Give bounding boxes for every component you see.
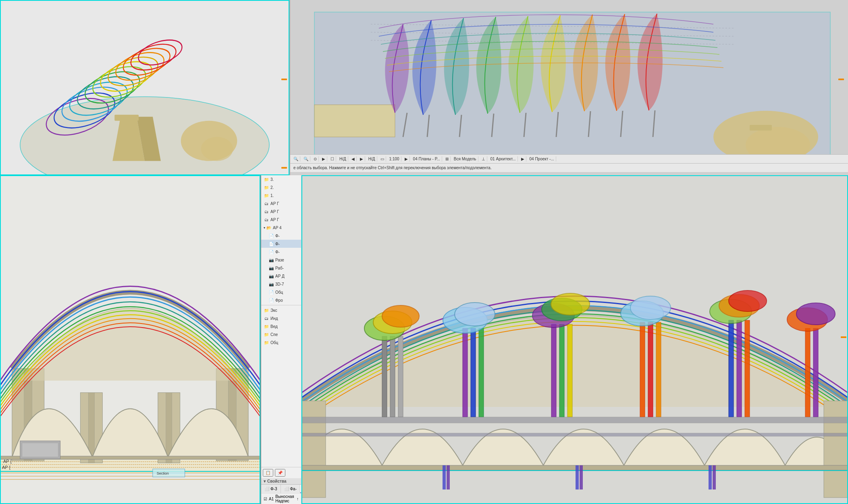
status-arrow2[interactable]: ▶ — [403, 156, 410, 162]
breadcrumb-checkbox[interactable]: ☑ — [264, 497, 267, 501]
sidebar-item-arg2[interactable]: 🗂 АР Г — [261, 207, 301, 216]
sidebar-label: 2. — [270, 185, 274, 190]
sidebar-item-ar4[interactable]: ▾ 📂 АР 4 — [261, 224, 301, 232]
sidebar-item-f3[interactable]: 📄 Ф- — [261, 248, 301, 256]
folder-open-icon: 📂 — [266, 225, 272, 230]
paste-button[interactable]: 📌 — [275, 469, 285, 477]
svg-rect-41 — [88, 393, 94, 463]
copy-button[interactable]: 📋 — [263, 469, 273, 477]
view-icon2: ⬜ — [284, 487, 289, 491]
sidebar-item-spe[interactable]: 📁 Спе — [261, 330, 301, 338]
zoom-icon[interactable]: 🔍 — [292, 156, 300, 162]
scene-svg-top-right — [290, 0, 848, 175]
viewport-bottom-left[interactable]: АР [ Section АР [ — [0, 175, 261, 504]
status-grid-icon[interactable]: ⊞ — [444, 156, 451, 162]
sidebar-footer: 📋 📌 — [261, 467, 301, 478]
svg-point-83 — [710, 299, 752, 324]
svg-text:Section: Section — [157, 471, 169, 475]
tab-f3[interactable]: ⬜ Ф-3 — [261, 485, 281, 493]
sidebar-divider — [261, 305, 301, 305]
status-arrow3[interactable]: ▶ — [520, 156, 526, 162]
svg-rect-37 — [24, 369, 32, 461]
sidebar-item-obsh1[interactable]: 📄 Обц — [261, 288, 301, 296]
sidebar-label: Ф- — [275, 242, 280, 246]
sidebar-item-fro[interactable]: 📄 Фро — [261, 296, 301, 304]
nav-icon[interactable]: ▶ — [320, 156, 327, 162]
status-layers[interactable]: 04 Планы - Р... — [412, 156, 442, 162]
page-icon: 📄 — [268, 233, 274, 239]
svg-point-4 — [181, 121, 237, 161]
zoom-icon2[interactable]: 🔍 — [302, 156, 310, 162]
sidebar-item-3[interactable]: 📁 3. — [261, 175, 301, 183]
sidebar-item-arg3[interactable]: 🗂 АР Г — [261, 216, 301, 224]
sidebar-item-obsh2[interactable]: 📁 Обц — [261, 338, 301, 346]
tabs-bar: ⬜ Ф-3 ⬜ Фа- ⬜ 04 Планы — [261, 484, 301, 493]
page-icon5: 📄 — [268, 297, 274, 303]
sidebar-label: Ф- — [275, 234, 280, 238]
sidebar-item-f1[interactable]: 📄 Ф- — [261, 232, 301, 240]
sidebar-item-raze[interactable]: 📷 Разе — [261, 256, 301, 264]
svg-point-62 — [373, 311, 412, 334]
status-model[interactable]: Вся Модель — [452, 156, 478, 162]
sidebar-item-ind[interactable]: 🗂 Инд — [261, 314, 301, 322]
sidebar-panel: 📁 3. 📁 2. 📁 1. 🗂 АР Г 🗂 АР Г — [261, 175, 301, 504]
svg-point-84 — [719, 295, 759, 317]
svg-point-16 — [122, 44, 171, 80]
svg-point-8 — [61, 81, 123, 127]
sidebar-item-3d7[interactable]: 📷 3D-7 — [261, 280, 301, 288]
viewport-top-right[interactable]: 🔍 🔍 ⊙ ▶ ☐ Н/Д ◀ ▶ Н/Д ▭ 1:100 ▶ 04 Планы… — [290, 0, 848, 175]
folder-doc-icon4: 🗂 — [264, 315, 269, 321]
sidebar-item-ved[interactable]: 📁 Вед — [261, 322, 301, 330]
svg-marker-2 — [137, 117, 161, 161]
status-arrow-right[interactable]: ▶ — [358, 156, 365, 162]
frame-icon[interactable]: ☐ — [329, 156, 336, 162]
svg-rect-65 — [471, 328, 476, 417]
svg-rect-97 — [580, 465, 583, 489]
target-icon[interactable]: ⊙ — [312, 156, 319, 162]
status-nd2: Н/Д — [367, 156, 377, 162]
svg-point-5 — [201, 137, 233, 161]
sidebar-item-arg1[interactable]: 🗂 АР Г — [261, 199, 301, 207]
sidebar-item-rab[interactable]: 📷 Раб- — [261, 264, 301, 272]
sidebar-label: Вед — [270, 324, 278, 329]
properties-section[interactable]: ▾ Свойства — [261, 478, 301, 484]
svg-rect-55 — [301, 175, 848, 504]
sidebar-item-ard[interactable]: 📷 АР Д — [261, 272, 301, 280]
status-pipe-icon[interactable]: ⊥ — [480, 156, 487, 162]
status-arrow-left[interactable]: ◀ — [350, 156, 357, 162]
svg-rect-29 — [838, 79, 844, 80]
breadcrumb-item1: А1 — [269, 497, 274, 501]
sidebar-label: АР 4 — [273, 226, 282, 230]
svg-point-61 — [364, 316, 405, 340]
sidebar-label: Обц — [275, 290, 283, 295]
svg-rect-87 — [813, 328, 818, 417]
svg-rect-25 — [750, 125, 772, 131]
svg-point-88 — [787, 308, 827, 331]
camera-icon4: 📷 — [268, 281, 274, 287]
viewport-bottom-right[interactable] — [301, 175, 848, 504]
status-rect[interactable]: ▭ — [379, 156, 386, 162]
sidebar-item-f2[interactable]: 📄 Ф- — [261, 240, 301, 248]
sidebar-item-2[interactable]: 📁 2. — [261, 183, 301, 191]
svg-rect-22 — [314, 105, 395, 137]
breadcrumb-item2: Выносная Надпис — [275, 494, 295, 503]
tab-fa[interactable]: ⬜ Фа- — [281, 485, 301, 493]
chevron-down-icon: ▾ — [264, 226, 265, 230]
svg-rect-66 — [479, 328, 484, 417]
sidebar-label: Инд — [270, 316, 278, 321]
svg-point-78 — [621, 301, 663, 326]
folder-icon4: 📁 — [264, 332, 269, 337]
sidebar-item-1[interactable]: 📁 1. — [261, 191, 301, 199]
svg-rect-70 — [559, 324, 564, 417]
svg-text:АР [: АР [ — [2, 465, 10, 470]
status-arch[interactable]: 01 Архитект... — [489, 156, 518, 162]
viewport-top-left[interactable] — [0, 0, 290, 175]
status-project[interactable]: 04 Проект -... — [528, 156, 556, 162]
view-icon: ⬜ — [264, 487, 269, 491]
svg-rect-93 — [301, 433, 848, 436]
svg-rect-53 — [153, 469, 185, 477]
svg-point-0 — [20, 97, 269, 175]
breadcrumb-arrow: ↑ — [297, 497, 299, 501]
svg-rect-77 — [656, 322, 661, 417]
sidebar-item-eks[interactable]: 📁 Экс — [261, 306, 301, 314]
